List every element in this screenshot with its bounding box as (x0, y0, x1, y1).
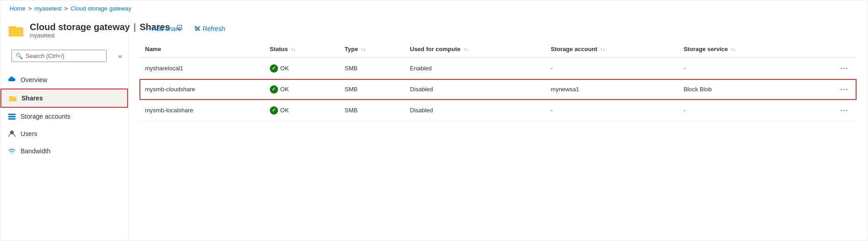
toolbar: + Add share ↻ Refresh (129, 16, 868, 41)
refresh-button[interactable]: ↻ Refresh (188, 22, 230, 36)
sidebar-item-users[interactable]: Users (0, 125, 128, 142)
status-label: OK (280, 86, 289, 93)
more-actions-button[interactable]: ··· (837, 105, 851, 116)
sidebar-item-shares-label: Shares (21, 94, 43, 102)
svg-rect-6 (8, 114, 16, 115)
cell-storage-service: - (678, 100, 806, 121)
add-icon: + (145, 25, 149, 33)
sidebar-item-overview-label: Overview (21, 76, 47, 84)
cell-status: OK (264, 58, 339, 79)
storage-icon (8, 112, 16, 120)
col-header-name[interactable]: Name (139, 41, 264, 58)
search-input[interactable] (26, 52, 102, 59)
breadcrumb-sep2: > (64, 5, 68, 12)
svg-rect-5 (9, 97, 16, 101)
status-label: OK (280, 65, 289, 72)
sidebar-header: Cloud storage gateway | Shares ⊡ myasete… (0, 16, 128, 44)
svg-rect-8 (8, 118, 16, 120)
sidebar-item-bandwidth[interactable]: Bandwidth (0, 142, 128, 160)
cell-compute: Enabled (404, 58, 545, 79)
cell-type: SMB (339, 100, 405, 121)
add-share-label: Add share (152, 25, 181, 32)
status-sort-icon: ↑↓ (291, 47, 295, 52)
col-header-storage-service[interactable]: Storage service ↑↓ (678, 41, 806, 58)
search-icon: 🔍 (16, 52, 23, 59)
cell-status: OK (264, 100, 339, 121)
cell-more-actions: ··· (806, 100, 857, 121)
cell-compute: Disabled (404, 79, 545, 100)
breadcrumb-resource[interactable]: myasetest (34, 5, 61, 12)
col-header-status[interactable]: Status ↑↓ (264, 41, 339, 58)
cell-compute: Disabled (404, 100, 545, 121)
ok-check-icon (270, 64, 278, 73)
cell-name: mysmb-localshare (139, 100, 264, 121)
svg-rect-2 (9, 27, 23, 37)
sidebar-item-users-label: Users (21, 130, 38, 137)
cell-more-actions: ··· (806, 58, 857, 79)
table-header-row: Name Status ↑↓ Type ↑↓ Used fo (139, 41, 857, 58)
col-header-compute[interactable]: Used for compute ↑↓ (404, 41, 545, 58)
breadcrumb-sep1: > (28, 5, 32, 12)
sidebar-item-shares[interactable]: Shares (0, 89, 128, 108)
more-actions-button[interactable]: ··· (837, 84, 851, 95)
type-sort-icon: ↑↓ (361, 47, 366, 52)
compute-sort-icon: ↑↓ (463, 47, 468, 52)
sidebar-nav: Overview Shares (0, 71, 128, 160)
cell-more-actions: ··· (806, 79, 857, 100)
cell-type: SMB (339, 79, 405, 100)
user-icon (8, 130, 16, 138)
cell-storage-account: - (545, 58, 678, 79)
breadcrumb-current[interactable]: Cloud storage gateway (70, 5, 131, 12)
sidebar-item-bandwidth-label: Bandwidth (21, 147, 50, 155)
shares-table-container: Name Status ↑↓ Type ↑↓ Used fo (129, 41, 868, 241)
cloud-icon (8, 76, 16, 84)
cell-storage-account: mynewsa1 (545, 79, 678, 100)
more-actions-button[interactable]: ··· (837, 63, 851, 74)
content-panel: + Add share ↻ Refresh Name (129, 16, 868, 241)
search-box[interactable]: 🔍 (11, 50, 107, 62)
col-header-storage-account[interactable]: Storage account ↑↓ (545, 41, 678, 58)
sidebar-main-title: Cloud storage gateway (30, 22, 130, 32)
ok-check-icon (270, 85, 278, 94)
refresh-icon: ↻ (194, 25, 200, 33)
cell-name: mysmb-cloudshare (139, 79, 264, 100)
sidebar-item-overview[interactable]: Overview (0, 71, 128, 89)
cell-storage-service: Block Blob (678, 79, 806, 100)
collapse-button[interactable]: « (116, 52, 125, 61)
sidebar: Cloud storage gateway | Shares ⊡ myasete… (0, 16, 129, 241)
col-header-type[interactable]: Type ↑↓ (339, 41, 405, 58)
cell-storage-service: - (678, 58, 806, 79)
sidebar-item-storage-label: Storage accounts (21, 113, 70, 120)
cell-status: OK (264, 79, 339, 100)
refresh-label: Refresh (203, 25, 225, 32)
add-share-button[interactable]: + Add share (139, 22, 187, 36)
table-row[interactable]: mysharelocal1OKSMBEnabled--··· (139, 58, 857, 79)
wifi-icon (8, 147, 16, 155)
breadcrumb-home[interactable]: Home (10, 5, 26, 12)
cell-storage-account: - (545, 100, 678, 121)
shares-table: Name Status ↑↓ Type ↑↓ Used fo (139, 41, 857, 121)
status-label: OK (280, 107, 289, 114)
col-header-actions (806, 41, 857, 58)
sidebar-item-storage-accounts[interactable]: Storage accounts (0, 108, 128, 125)
svg-rect-7 (8, 116, 16, 117)
shares-folder-icon (9, 94, 17, 102)
breadcrumb: Home > myasetest > Cloud storage gateway (0, 0, 868, 16)
storage-acct-sort-icon: ↑↓ (600, 47, 605, 52)
storage-svc-sort-icon: ↑↓ (731, 47, 735, 52)
cell-type: SMB (339, 58, 405, 79)
folder-icon (8, 22, 24, 38)
ok-check-icon (270, 106, 278, 115)
table-row[interactable]: mysmb-cloudshareOKSMBDisabledmynewsa1Blo… (139, 79, 857, 100)
table-row[interactable]: mysmb-localshareOKSMBDisabled--··· (139, 100, 857, 121)
cell-name: mysharelocal1 (139, 58, 264, 79)
